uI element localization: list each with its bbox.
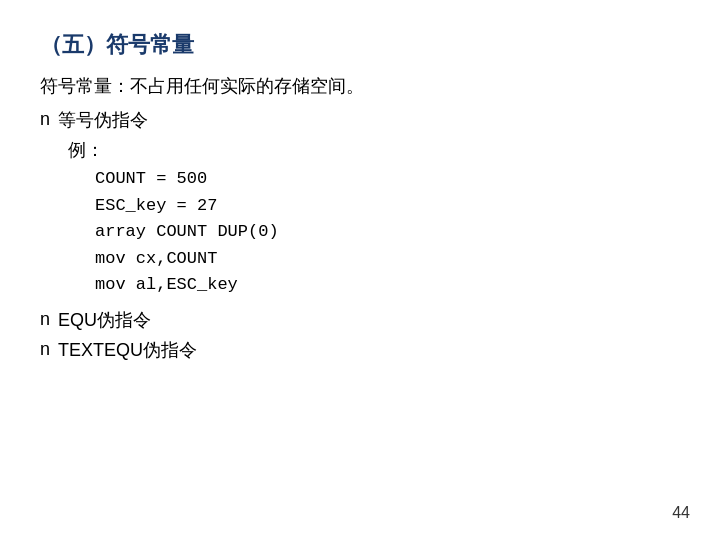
bullet-text-2: EQU伪指令 [58,308,151,332]
bullet-marker-3: n [40,339,50,360]
bullet-marker-2: n [40,309,50,330]
code-line-2: ESC_key = 27 [95,193,680,219]
page-number: 44 [672,504,690,522]
bullet-text-3: TEXTEQU伪指令 [58,338,197,362]
code-line-5: mov al,ESC_key [95,272,680,298]
code-line-3: array COUNT DUP(0) [95,219,680,245]
bullet-text-1: 等号伪指令 [58,108,148,132]
code-line-4: mov cx,COUNT [95,246,680,272]
bullet-item-3: n TEXTEQU伪指令 [40,338,680,362]
code-line-1: COUNT = 500 [95,166,680,192]
slide: （五）符号常量 符号常量：不占用任何实际的存储空间。 n 等号伪指令 例： CO… [0,0,720,540]
code-block: COUNT = 500 ESC_key = 27 array COUNT DUP… [95,166,680,298]
slide-title: （五）符号常量 [40,30,680,60]
bullet-marker-1: n [40,109,50,130]
bullet-item-2: n EQU伪指令 [40,308,680,332]
subtitle-description: 符号常量：不占用任何实际的存储空间。 [40,74,680,98]
example-label: 例： [68,138,680,162]
bullet-item-1: n 等号伪指令 [40,108,680,132]
